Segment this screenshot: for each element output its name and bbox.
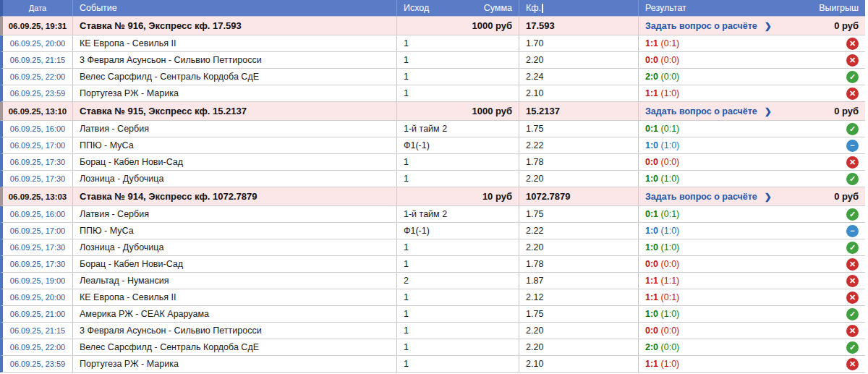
event-coef: 2.10 — [519, 356, 639, 372]
column-header-outcome-sum: Исход Сумма — [397, 0, 519, 16]
event-score-detail: (0:1) — [661, 124, 680, 134]
bet-event-row: 06.09.25, 21:15 3 Февраля Асунсьон - Сил… — [0, 323, 865, 339]
event-date-link[interactable]: 06.09.25, 17:30 — [3, 171, 73, 187]
bet-event-row: 06.09.25, 17:30 Лозница - Дубочица 1 2.2… — [0, 239, 865, 256]
event-score: 1:1 — [645, 276, 658, 286]
event-date-link[interactable]: 06.09.25, 17:30 — [3, 256, 73, 272]
bets-table-body: 06.09.25, 19:31 Ставка № 916, Экспресс к… — [0, 17, 865, 373]
bet-coef: 17.593 — [519, 17, 639, 35]
lose-cross-icon: ✕ — [846, 38, 859, 50]
event-outcome: 1 — [404, 326, 409, 336]
bets-history-table: Дата Событие Исход Сумма Кф. Результат В… — [0, 0, 865, 373]
event-date-link[interactable]: 06.09.25, 20:00 — [3, 35, 73, 51]
event-result-cell: 1:0 (1:0) − — [639, 223, 865, 239]
event-outcome-cell: Ф1(-1) — [397, 223, 519, 239]
column-header-result-win: Результат Выигрыш — [639, 0, 865, 16]
event-date-link[interactable]: 06.09.25, 21:15 — [3, 52, 73, 68]
bet-coef: 15.2137 — [519, 102, 639, 120]
event-score-detail: (0:0) — [661, 259, 680, 269]
event-score: 0:1 — [645, 209, 658, 219]
event-result: 0:0 (0:0) — [645, 326, 679, 336]
event-score: 0:0 — [645, 259, 658, 269]
bet-event-row: 06.09.25, 23:59 Португеза РЖ - Марика 1 … — [0, 356, 865, 373]
event-score-detail: (1:0) — [661, 226, 680, 236]
event-result: 1:1 (1:0) — [645, 88, 679, 98]
event-score-detail: (0:0) — [661, 326, 680, 336]
bet-summary-row: 06.09.25, 13:03 Ставка № 914, Экспресс к… — [0, 187, 865, 206]
event-coef: 2.10 — [519, 85, 639, 101]
event-outcome: 1 — [404, 88, 409, 98]
event-result: 0:1 (0:1) — [645, 209, 679, 219]
bet-result-cell: Задать вопрос о расчёте ❯ 0 руб — [639, 187, 865, 205]
event-coef: 2.20 — [519, 171, 639, 187]
event-name: Велес Сарсфилд - Сентраль Кордоба СдЕ — [73, 339, 397, 355]
event-result-cell: 1:0 (1:0) − — [639, 137, 865, 153]
event-date-link[interactable]: 06.09.25, 17:30 — [3, 239, 73, 255]
event-coef: 1.70 — [519, 35, 639, 51]
event-date-link[interactable]: 06.09.25, 17:00 — [3, 223, 73, 239]
event-date-link[interactable]: 06.09.25, 17:00 — [3, 137, 73, 153]
event-score-detail: (1:1) — [661, 276, 680, 286]
bet-summary-row: 06.09.25, 19:31 Ставка № 916, Экспресс к… — [0, 17, 865, 35]
event-score-detail: (1:0) — [661, 359, 680, 369]
event-score: 1:0 — [645, 226, 658, 236]
event-outcome-cell: 1 — [397, 323, 519, 339]
win-check-icon: ✓ — [846, 208, 859, 221]
event-score-detail: (1:0) — [661, 174, 680, 184]
event-date-link[interactable]: 06.09.25, 21:15 — [3, 323, 73, 339]
event-date-link[interactable]: 06.09.25, 17:30 — [3, 154, 73, 170]
event-date-link[interactable]: 06.09.25, 16:00 — [3, 121, 73, 137]
return-minus-icon: − — [846, 140, 859, 152]
event-coef: 2.22 — [519, 137, 639, 153]
event-result-cell: 0:0 (0:0) ✕ — [639, 323, 865, 339]
event-outcome: 1 — [404, 157, 409, 167]
bet-event-row: 06.09.25, 17:00 ППЮ - МуСа Ф1(-1) 2.22 1… — [0, 137, 865, 154]
event-outcome-cell: 1-й тайм 2 — [397, 206, 519, 222]
event-result-cell: 1:0 (1:0) ✓ — [639, 239, 865, 255]
win-check-icon: ✓ — [846, 341, 859, 354]
event-date-link[interactable]: 06.09.25, 21:00 — [3, 306, 73, 322]
column-header-date: Дата — [3, 0, 73, 16]
event-date-link[interactable]: 06.09.25, 23:59 — [3, 356, 73, 372]
event-date-link[interactable]: 06.09.25, 19:00 — [3, 273, 73, 289]
bet-sum-cell: 1000 руб — [397, 17, 519, 35]
status-icon-glyph: ✓ — [849, 243, 856, 252]
ask-about-calculation-link[interactable]: Задать вопрос о расчёте ❯ — [645, 192, 772, 202]
event-result-cell: 1:1 (0:1) ✕ — [639, 35, 865, 51]
event-coef: 2.20 — [519, 323, 639, 339]
event-outcome-cell: 1 — [397, 52, 519, 68]
event-score-detail: (0:0) — [661, 55, 680, 65]
bet-date: 06.09.25, 13:03 — [3, 187, 73, 205]
event-result: 2:0 (0:0) — [645, 342, 679, 352]
event-date-link[interactable]: 06.09.25, 22:00 — [3, 339, 73, 355]
event-coef: 2.24 — [519, 69, 639, 85]
event-score: 0:1 — [645, 124, 658, 134]
ask-about-calculation-link[interactable]: Задать вопрос о расчёте ❯ — [645, 106, 772, 116]
event-name: ППЮ - МуСа — [73, 137, 397, 153]
event-score: 1:0 — [645, 140, 658, 150]
event-outcome: Ф1(-1) — [404, 226, 430, 236]
column-header-sum-label: Сумма — [484, 3, 512, 13]
event-outcome-cell: 1 — [397, 239, 519, 255]
bet-result-cell: Задать вопрос о расчёте ❯ 0 руб — [639, 17, 865, 35]
status-icon-glyph: − — [850, 141, 854, 150]
event-result-cell: 0:0 (0:0) ✕ — [639, 256, 865, 272]
event-outcome: 1 — [404, 55, 409, 65]
event-date-link[interactable]: 06.09.25, 22:00 — [3, 69, 73, 85]
event-date-link[interactable]: 06.09.25, 23:59 — [3, 85, 73, 101]
ask-about-calculation-link[interactable]: Задать вопрос о расчёте ❯ — [645, 21, 772, 31]
event-outcome-cell: 1 — [397, 154, 519, 170]
bet-event-row: 06.09.25, 19:00 Леальтад - Нумансия 2 1.… — [0, 273, 865, 289]
event-name: Велес Сарсфилд - Сентраль Кордоба СдЕ — [73, 69, 397, 85]
bet-event-row: 06.09.25, 17:30 Лозница - Дубочица 1 2.2… — [0, 171, 865, 187]
bet-event-row: 06.09.25, 17:30 Борац - Кабел Нови-Сад 1… — [0, 154, 865, 171]
status-icon-glyph: ✕ — [849, 56, 856, 65]
lose-cross-icon: ✕ — [846, 258, 859, 271]
event-result: 2:0 (0:0) — [645, 72, 679, 82]
event-result: 1:0 (1:0) — [645, 140, 679, 150]
table-header: Дата Событие Исход Сумма Кф. Результат В… — [0, 0, 865, 17]
bet-win-amount: 0 руб — [834, 20, 859, 31]
event-date-link[interactable]: 06.09.25, 16:00 — [3, 206, 73, 222]
event-date-link[interactable]: 06.09.25, 20:00 — [3, 289, 73, 305]
event-coef: 1.75 — [519, 306, 639, 322]
